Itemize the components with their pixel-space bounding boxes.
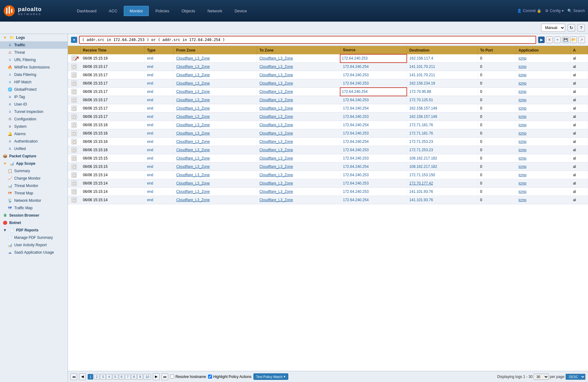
cell-from-zone[interactable]: Cloudflare_L3_Zone xyxy=(174,63,257,71)
cell-destination[interactable]: 141.101.93.76 xyxy=(407,188,477,196)
page-4[interactable]: 4 xyxy=(106,374,112,380)
cell-to-zone[interactable]: Cloudflare_L3_Zone xyxy=(257,129,340,138)
cell-to-zone[interactable]: Cloudflare_L3_Zone xyxy=(257,121,340,129)
page-last-button[interactable]: ⏭ xyxy=(161,373,168,380)
row-detail-icon[interactable]: 📋 xyxy=(71,172,77,178)
cell-to-zone[interactable]: Cloudflare_L3_Zone xyxy=(257,79,340,88)
clear-filter-button[interactable]: ✕ xyxy=(546,36,553,43)
tab-device[interactable]: Device xyxy=(229,6,253,16)
sidebar-item-manage-pdf[interactable]: 📄 Manage PDF Summary xyxy=(0,234,68,241)
page-9[interactable]: 9 xyxy=(137,374,143,380)
cell-from-zone[interactable]: Cloudflare_L3_Zone xyxy=(174,146,257,154)
sidebar-item-session-browser[interactable]: 🖥 Session Browser xyxy=(0,212,68,219)
cell-destination[interactable]: 141.101.70.211 xyxy=(407,63,477,71)
col-application[interactable]: Application xyxy=(516,46,570,54)
cell-application[interactable]: icmp xyxy=(516,188,570,196)
cell-destination[interactable]: 172.70.177.42 xyxy=(407,179,477,188)
cell-from-zone[interactable]: Cloudflare_L3_Zone xyxy=(174,179,257,188)
row-detail-icon[interactable]: 📋 xyxy=(71,139,77,144)
row-detail-icon[interactable]: 📋 xyxy=(71,189,77,194)
cell-source[interactable]: 172.64.240.253 xyxy=(340,54,407,63)
cell-destination[interactable]: 172.71.253.23 xyxy=(407,138,477,146)
tab-policies[interactable]: Policies xyxy=(149,6,175,16)
cell-to-zone[interactable]: Cloudflare_L3_Zone xyxy=(257,104,340,113)
cell-application[interactable]: icmp xyxy=(516,54,570,63)
sidebar-item-alarms[interactable]: 🔔 Alarms xyxy=(0,130,68,138)
cell-destination[interactable]: 141.101.70.211 xyxy=(407,71,477,79)
sidebar-item-change-monitor[interactable]: 📈 Change Monitor xyxy=(0,175,68,182)
cell-to-zone[interactable]: Cloudflare_L3_Zone xyxy=(257,196,340,204)
search-button[interactable]: 🔍 Search xyxy=(567,9,585,13)
row-detail-icon[interactable]: 📋 xyxy=(71,181,77,186)
tab-network[interactable]: Network xyxy=(202,6,228,16)
cell-application[interactable]: icmp xyxy=(516,96,570,104)
load-filter-button[interactable]: 📂 xyxy=(570,36,577,43)
sidebar-item-wildfire[interactable]: 🔥 WildFire Submissions xyxy=(0,64,68,71)
sidebar-appscope-parent[interactable]: ▼ 📊 App Scope xyxy=(0,160,68,167)
cell-application[interactable]: icmp xyxy=(516,71,570,79)
page-2[interactable]: 2 xyxy=(94,374,99,380)
save-filter-button[interactable]: 💾 xyxy=(562,36,569,43)
cell-from-zone[interactable]: Cloudflare_L3_Zone xyxy=(174,188,257,196)
sort-select[interactable]: DESC ASC xyxy=(565,374,586,380)
cell-destination[interactable]: 141.101.93.76 xyxy=(407,196,477,204)
cell-from-zone[interactable]: Cloudflare_L3_Zone xyxy=(174,104,257,113)
cell-source[interactable]: 172.64.240.254 xyxy=(340,104,407,113)
cell-to-zone[interactable]: Cloudflare_L3_Zone xyxy=(257,163,340,171)
apply-filter-button[interactable]: ▶ xyxy=(538,36,545,43)
cell-from-zone[interactable]: Cloudflare_L3_Zone xyxy=(174,171,257,179)
cell-application[interactable]: icmp xyxy=(516,121,570,129)
row-detail-icon[interactable]: 📋 xyxy=(71,156,77,161)
sidebar-item-user-id[interactable]: ≡ User-ID xyxy=(0,101,68,108)
cell-from-zone[interactable]: Cloudflare_L3_Zone xyxy=(174,163,257,171)
cell-application[interactable]: icmp xyxy=(516,138,570,146)
col-receive-time[interactable]: Receive Time xyxy=(80,46,144,54)
sidebar-item-tunnel[interactable]: ≡ Tunnel Inspection xyxy=(0,108,68,115)
page-1[interactable]: 1 xyxy=(88,374,93,380)
page-next-button[interactable]: ▶ xyxy=(153,373,160,380)
sidebar-item-system[interactable]: ≡ System xyxy=(0,123,68,130)
tab-monitor[interactable]: Monitor xyxy=(124,6,149,16)
cell-from-zone[interactable]: Cloudflare_L3_Zone xyxy=(174,154,257,163)
resolve-hostname-checkbox[interactable] xyxy=(170,375,174,379)
tab-dashboard[interactable]: Dashboard xyxy=(71,6,102,16)
row-detail-icon[interactable]: 📋 xyxy=(71,164,77,169)
cell-to-zone[interactable]: Cloudflare_L3_Zone xyxy=(257,63,340,71)
filter-toggle-button[interactable]: ▼ xyxy=(71,37,77,43)
cell-destination[interactable]: 162.158.234.19 xyxy=(407,79,477,88)
row-detail-icon[interactable]: 📋 xyxy=(71,122,77,128)
page-3[interactable]: 3 xyxy=(100,374,106,380)
sidebar-item-summary[interactable]: 📋 Summary xyxy=(0,167,68,175)
cell-destination[interactable]: 162.158.157.149 xyxy=(407,113,477,121)
add-filter-button[interactable]: + xyxy=(554,36,561,43)
cell-application[interactable]: icmp xyxy=(516,163,570,171)
page-prev-button[interactable]: ◀ xyxy=(79,373,86,380)
cell-source[interactable]: 172.64.240.253 xyxy=(340,71,407,79)
cell-to-zone[interactable]: Cloudflare_L3_Zone xyxy=(257,138,340,146)
sidebar-item-network-monitor[interactable]: 📡 Network Monitor xyxy=(0,197,68,204)
cell-from-zone[interactable]: Cloudflare_L3_Zone xyxy=(174,96,257,104)
cell-application[interactable]: icmp xyxy=(516,129,570,138)
page-7[interactable]: 7 xyxy=(125,374,131,380)
cell-to-zone[interactable]: Cloudflare_L3_Zone xyxy=(257,188,340,196)
cell-application[interactable]: icmp xyxy=(516,113,570,121)
cell-destination[interactable]: 172.71.253.23 xyxy=(407,146,477,154)
filter-query-input[interactable] xyxy=(79,36,536,44)
cell-application[interactable]: icmp xyxy=(516,196,570,204)
cell-application[interactable]: icmp xyxy=(516,179,570,188)
highlight-policy-checkbox[interactable] xyxy=(208,375,212,379)
cell-to-zone[interactable]: Cloudflare_L3_Zone xyxy=(257,154,340,163)
cell-source[interactable]: 172.64.240.254 xyxy=(340,163,407,171)
test-policy-button[interactable]: Test Policy Match ▾ xyxy=(253,373,289,380)
cell-application[interactable]: icmp xyxy=(516,146,570,154)
cell-application[interactable]: icmp xyxy=(516,171,570,179)
col-from-zone[interactable]: From Zone xyxy=(174,46,257,54)
cell-from-zone[interactable]: Cloudflare_L3_Zone xyxy=(174,129,257,138)
cell-from-zone[interactable]: Cloudflare_L3_Zone xyxy=(174,54,257,63)
row-detail-icon[interactable]: 📋 xyxy=(71,64,77,69)
cell-from-zone[interactable]: Cloudflare_L3_Zone xyxy=(174,196,257,204)
cell-source[interactable]: 172.64.240.253 xyxy=(340,96,407,104)
sidebar-item-traffic-map[interactable]: 🗺 Traffic Map xyxy=(0,204,68,212)
cell-source[interactable]: 172.64.240.254 xyxy=(340,121,407,129)
sidebar-item-threat[interactable]: ⚠ Threat xyxy=(0,49,68,56)
